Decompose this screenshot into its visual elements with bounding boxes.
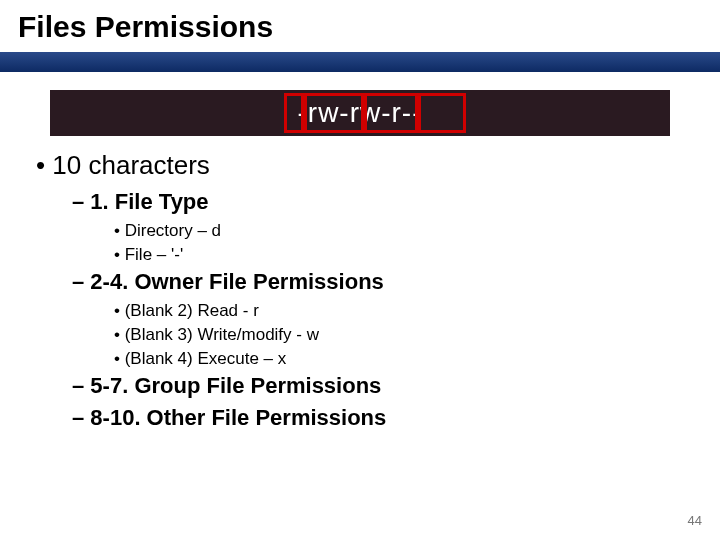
bullet-10-characters: 10 characters <box>36 150 684 181</box>
bullet-write-w: (Blank 3) Write/modify - w <box>114 325 684 345</box>
highlight-box-other <box>418 93 466 133</box>
page-number: 44 <box>688 513 702 528</box>
permission-banner: -rw-rw-r-- <box>50 90 670 136</box>
bullet-owner-perms: 2-4. Owner File Permissions <box>72 269 684 295</box>
permission-banner-wrap: -rw-rw-r-- <box>50 90 670 136</box>
highlight-box-filetype <box>284 93 304 133</box>
bullet-file-type: 1. File Type <box>72 189 684 215</box>
bullet-execute-x: (Blank 4) Execute – x <box>114 349 684 369</box>
content-list: 10 characters 1. File Type Directory – d… <box>0 146 720 431</box>
slide-body: -rw-rw-r-- 10 characters 1. File Type Di… <box>0 72 720 431</box>
bullet-group-perms: 5-7. Group File Permissions <box>72 373 684 399</box>
highlight-box-owner <box>304 93 364 133</box>
bullet-file-dash: File – '-' <box>114 245 684 265</box>
bullet-read-r: (Blank 2) Read - r <box>114 301 684 321</box>
highlight-box-group <box>364 93 418 133</box>
slide: Files Permissions -rw-rw-r-- 10 characte… <box>0 0 720 540</box>
title-underline <box>0 52 720 72</box>
slide-title: Files Permissions <box>0 0 720 52</box>
bullet-other-perms: 8-10. Other File Permissions <box>72 405 684 431</box>
bullet-directory-d: Directory – d <box>114 221 684 241</box>
